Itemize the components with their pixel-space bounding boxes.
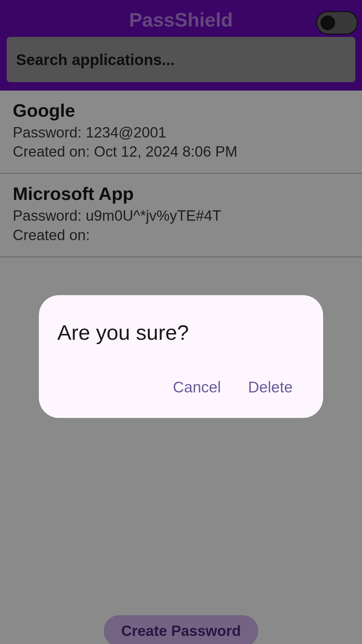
delete-button[interactable]: Delete xyxy=(245,375,295,399)
cancel-button[interactable]: Cancel xyxy=(170,375,224,399)
dialog-title: Are you sure? xyxy=(57,320,305,344)
confirm-dialog: Are you sure? Cancel Delete xyxy=(39,295,323,418)
dialog-actions: Cancel Delete xyxy=(57,375,305,399)
modal-overlay[interactable]: Are you sure? Cancel Delete xyxy=(0,0,362,644)
